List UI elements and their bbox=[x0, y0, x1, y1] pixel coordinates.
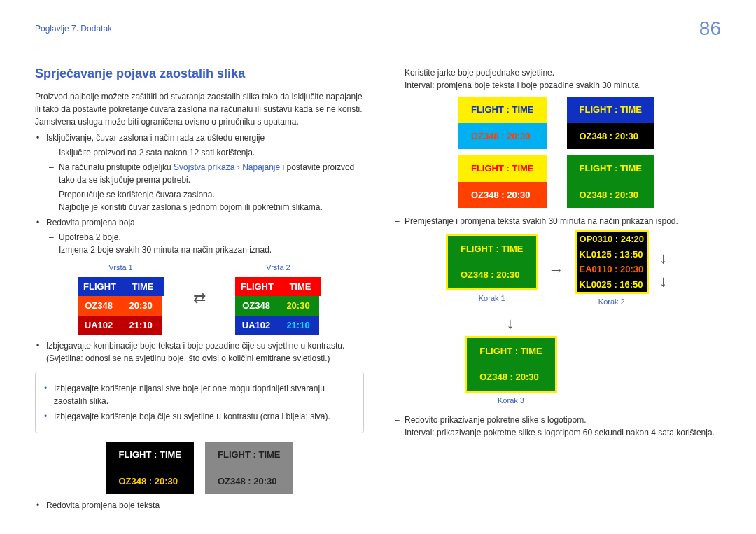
diagram-contrast: FLIGHT : TIME OZ348 : 20:30 FLIGHT : TIM… bbox=[35, 440, 364, 496]
section-heading: Sprječavanje pojava zaostalih slika bbox=[35, 64, 364, 83]
dash-item: Koristite jarke boje podjednake svjetlin… bbox=[392, 66, 721, 92]
intro-text: Proizvod najbolje možete zaštititi od st… bbox=[35, 90, 364, 128]
bullet-item: Isključivanje, čuvar zaslona i način rad… bbox=[35, 132, 364, 213]
dash-item: Na računalu pristupite odjeljku Svojstva… bbox=[46, 161, 364, 186]
dash-item: Premještanje i promjena teksta svakih 30… bbox=[392, 215, 721, 227]
swap-arrow-icon: ⇄ bbox=[193, 286, 206, 309]
down-arrow-icon: ↓ bbox=[301, 311, 720, 335]
chapter-label: Poglavlje 7. Dodatak bbox=[35, 22, 112, 35]
dash-item: Isključite proizvod na 2 sata nakon 12 s… bbox=[46, 146, 364, 159]
bullet-item: Izbjegavajte kombinacije boje teksta i b… bbox=[35, 339, 364, 365]
diagram-step3: FLIGHT : TIME OZ348 : 20:30 Korak 3 bbox=[301, 336, 721, 409]
diagram-colors-row1: FLIGHT : TIME OZ348 : 20:30 FLIGHT : TIM… bbox=[392, 95, 721, 150]
dash-item: Upotreba 2 boje.Izmjena 2 boje svakih 30… bbox=[46, 231, 364, 256]
link-display-props[interactable]: Svojstva prikaza bbox=[174, 162, 234, 172]
note-item: Izbjegavajte korištenje boja čije su svj… bbox=[43, 410, 356, 423]
caption-vrsta2: Vrsta 2 bbox=[266, 262, 290, 274]
down-arrow-icon: ↓ bbox=[659, 246, 667, 269]
right-arrow-icon: → bbox=[549, 258, 564, 281]
caption-korak1: Korak 1 bbox=[479, 293, 505, 304]
diagram-steps-12: FLIGHT : TIME OZ348 : 20:30 Korak 1 → OP… bbox=[392, 230, 721, 310]
bullet-item: Redovita promjena boje teksta bbox=[35, 499, 364, 512]
page-number: 86 bbox=[699, 14, 721, 43]
caption-korak2: Korak 2 bbox=[598, 296, 625, 308]
caption-korak3: Korak 3 bbox=[498, 395, 524, 407]
note-item: Izbjegavajte korištenje nijansi sive boj… bbox=[43, 382, 356, 407]
dash-item: Redovito prikazivanje pokretne slike s l… bbox=[392, 414, 721, 439]
dash-item: Preporučuje se korištenje čuvara zaslona… bbox=[46, 188, 364, 213]
bullet-item: Redovita promjena boja Upotreba 2 boje.I… bbox=[35, 216, 364, 256]
caption-vrsta1: Vrsta 1 bbox=[108, 262, 132, 274]
down-arrow-icon: ↓ bbox=[659, 269, 667, 293]
diagram-colors-row2: FLIGHT : TIME OZ348 : 20:30 FLIGHT : TIM… bbox=[392, 154, 721, 209]
link-power[interactable]: Napajanje bbox=[242, 162, 280, 172]
